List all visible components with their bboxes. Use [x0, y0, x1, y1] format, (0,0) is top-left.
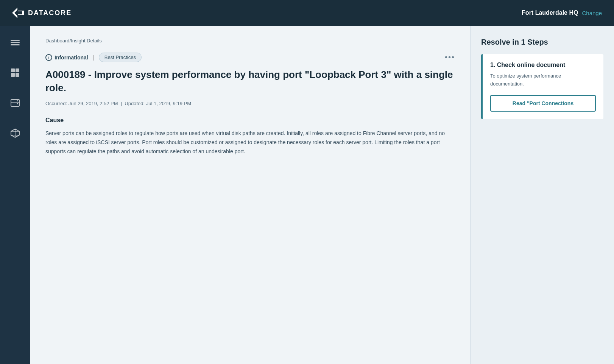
svg-rect-8 [16, 73, 19, 77]
insight-type-label: Informational [55, 54, 88, 61]
svg-rect-3 [11, 42, 20, 43]
main-layout: Dashboard/Insight Details i Informationa… [0, 26, 614, 364]
insight-title: A000189 - Improve system performance by … [45, 68, 455, 95]
right-panel: Resolve in 1 Steps 1. Check online docum… [470, 26, 614, 364]
change-location-button[interactable]: Change [582, 10, 602, 16]
insight-header: i Informational | Best Practices ••• [45, 53, 455, 62]
read-documentation-button[interactable]: Read "Port Connections [490, 95, 596, 112]
more-options-button[interactable]: ••• [445, 53, 455, 62]
logo-container: DATACORE [12, 8, 72, 18]
sidebar-item-dashboard[interactable] [6, 64, 24, 82]
best-practices-badge[interactable]: Best Practices [99, 53, 142, 62]
content-area: Dashboard/Insight Details i Informationa… [30, 26, 614, 364]
insight-meta: Occurred: Jun 29, 2019, 2:52 PM | Update… [45, 101, 455, 106]
location-container: Fort Lauderdale HQ Change [522, 9, 602, 16]
svg-point-11 [17, 100, 18, 101]
top-navigation: DATACORE Fort Lauderdale HQ Change [0, 0, 614, 26]
sidebar-item-virtual[interactable] [6, 124, 24, 142]
step-card: 1. Check online document To optimize sys… [481, 54, 603, 119]
sidebar [0, 26, 30, 364]
location-name: Fort Lauderdale HQ [522, 9, 578, 16]
divider: | [93, 54, 94, 61]
svg-rect-5 [11, 68, 15, 72]
cause-heading: Cause [45, 117, 455, 124]
updated-date: Updated: Jul 1, 2019, 9:19 PM [125, 101, 191, 106]
svg-rect-9 [11, 100, 19, 106]
step-body: To optimize system performance documenta… [490, 72, 596, 88]
svg-point-12 [17, 103, 18, 104]
resolve-title: Resolve in 1 Steps [481, 38, 603, 47]
main-content: Dashboard/Insight Details i Informationa… [30, 26, 470, 364]
svg-rect-4 [11, 44, 20, 45]
sidebar-item-storage[interactable] [6, 94, 24, 112]
cause-text: Server ports can be assigned roles to re… [45, 129, 455, 156]
logo-text: DATACORE [28, 9, 72, 17]
svg-rect-6 [16, 68, 19, 72]
insight-type: i Informational [45, 54, 88, 61]
svg-rect-2 [11, 40, 20, 41]
info-icon: i [45, 54, 52, 61]
sidebar-item-menu[interactable] [6, 33, 24, 51]
meta-separator: | [121, 101, 122, 106]
svg-rect-7 [11, 73, 15, 77]
logo-icon [12, 8, 24, 18]
occurred-date: Occurred: Jun 29, 2019, 2:52 PM [45, 101, 118, 106]
step-heading: 1. Check online document [490, 62, 596, 68]
breadcrumb: Dashboard/Insight Details [45, 38, 455, 44]
